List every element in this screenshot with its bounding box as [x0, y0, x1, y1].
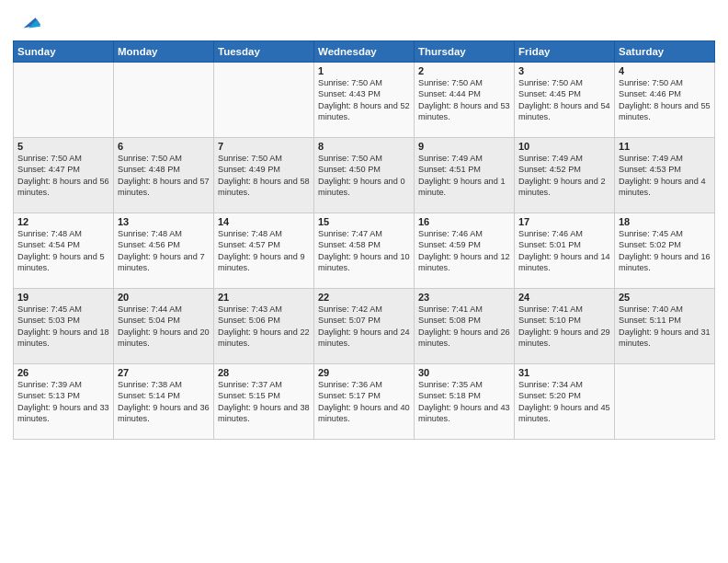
day-number: 31 [518, 367, 610, 378]
calendar-cell: 28Sunrise: 7:37 AM Sunset: 5:15 PM Dayli… [214, 364, 314, 440]
calendar-body: 1Sunrise: 7:50 AM Sunset: 4:43 PM Daylig… [14, 63, 715, 440]
calendar-cell: 8Sunrise: 7:50 AM Sunset: 4:50 PM Daylig… [314, 138, 415, 213]
day-number: 1 [318, 65, 410, 76]
day-number: 10 [518, 141, 610, 152]
day-number: 30 [418, 367, 510, 378]
calendar-cell: 29Sunrise: 7:36 AM Sunset: 5:17 PM Dayli… [314, 364, 415, 440]
day-content: Sunrise: 7:50 AM Sunset: 4:45 PM Dayligh… [518, 77, 610, 123]
day-number: 25 [619, 292, 711, 303]
day-number: 11 [619, 141, 711, 152]
header-day-monday: Monday [114, 41, 214, 63]
day-number: 6 [118, 141, 210, 152]
day-content: Sunrise: 7:44 AM Sunset: 5:04 PM Dayligh… [118, 304, 210, 350]
header-row: SundayMondayTuesdayWednesdayThursdayFrid… [14, 41, 715, 63]
day-number: 18 [619, 216, 711, 227]
day-number: 27 [118, 367, 210, 378]
day-content: Sunrise: 7:49 AM Sunset: 4:53 PM Dayligh… [619, 153, 711, 199]
calendar-cell: 24Sunrise: 7:41 AM Sunset: 5:10 PM Dayli… [515, 289, 615, 364]
calendar-cell: 31Sunrise: 7:34 AM Sunset: 5:20 PM Dayli… [515, 364, 615, 440]
calendar-cell: 2Sunrise: 7:50 AM Sunset: 4:44 PM Daylig… [415, 63, 515, 138]
calendar-cell [114, 63, 214, 138]
day-content: Sunrise: 7:48 AM Sunset: 4:56 PM Dayligh… [118, 228, 210, 274]
calendar-cell: 6Sunrise: 7:50 AM Sunset: 4:48 PM Daylig… [114, 138, 214, 213]
week-row-2: 5Sunrise: 7:50 AM Sunset: 4:47 PM Daylig… [14, 138, 715, 213]
calendar-cell: 17Sunrise: 7:46 AM Sunset: 5:01 PM Dayli… [515, 213, 615, 289]
calendar-table: SundayMondayTuesdayWednesdayThursdayFrid… [13, 40, 715, 440]
calendar-cell: 20Sunrise: 7:44 AM Sunset: 5:04 PM Dayli… [114, 289, 214, 364]
calendar-cell: 15Sunrise: 7:47 AM Sunset: 4:58 PM Dayli… [314, 213, 415, 289]
day-number: 12 [17, 216, 109, 227]
week-row-5: 26Sunrise: 7:39 AM Sunset: 5:13 PM Dayli… [14, 364, 715, 440]
header-day-tuesday: Tuesday [214, 41, 314, 63]
day-number: 19 [17, 292, 109, 303]
day-number: 24 [518, 292, 610, 303]
day-content: Sunrise: 7:42 AM Sunset: 5:07 PM Dayligh… [318, 304, 410, 350]
calendar-cell: 25Sunrise: 7:40 AM Sunset: 5:11 PM Dayli… [615, 289, 715, 364]
calendar-cell: 1Sunrise: 7:50 AM Sunset: 4:43 PM Daylig… [314, 63, 415, 138]
day-content: Sunrise: 7:50 AM Sunset: 4:43 PM Dayligh… [318, 77, 410, 123]
calendar-cell: 21Sunrise: 7:43 AM Sunset: 5:06 PM Dayli… [214, 289, 314, 364]
day-number: 2 [418, 65, 510, 76]
calendar-cell: 16Sunrise: 7:46 AM Sunset: 4:59 PM Dayli… [415, 213, 515, 289]
day-content: Sunrise: 7:41 AM Sunset: 5:10 PM Dayligh… [518, 304, 610, 350]
day-content: Sunrise: 7:48 AM Sunset: 4:54 PM Dayligh… [17, 228, 109, 274]
day-number: 28 [218, 367, 310, 378]
calendar-cell: 4Sunrise: 7:50 AM Sunset: 4:46 PM Daylig… [615, 63, 715, 138]
day-content: Sunrise: 7:35 AM Sunset: 5:18 PM Dayligh… [418, 379, 510, 425]
calendar-cell: 30Sunrise: 7:35 AM Sunset: 5:18 PM Dayli… [415, 364, 515, 440]
calendar-cell: 19Sunrise: 7:45 AM Sunset: 5:03 PM Dayli… [14, 289, 114, 364]
calendar-cell: 27Sunrise: 7:38 AM Sunset: 5:14 PM Dayli… [114, 364, 214, 440]
calendar-cell: 12Sunrise: 7:48 AM Sunset: 4:54 PM Dayli… [14, 213, 114, 289]
calendar-header: SundayMondayTuesdayWednesdayThursdayFrid… [14, 41, 715, 63]
calendar-cell: 18Sunrise: 7:45 AM Sunset: 5:02 PM Dayli… [615, 213, 715, 289]
day-number: 8 [318, 141, 410, 152]
day-number: 3 [518, 65, 610, 76]
day-number: 21 [218, 292, 310, 303]
calendar-cell: 9Sunrise: 7:49 AM Sunset: 4:51 PM Daylig… [415, 138, 515, 213]
day-number: 14 [218, 216, 310, 227]
calendar-cell: 23Sunrise: 7:41 AM Sunset: 5:08 PM Dayli… [415, 289, 515, 364]
day-number: 5 [17, 141, 109, 152]
day-number: 7 [218, 141, 310, 152]
header-day-thursday: Thursday [415, 41, 515, 63]
day-content: Sunrise: 7:46 AM Sunset: 5:01 PM Dayligh… [518, 228, 610, 274]
calendar-cell: 7Sunrise: 7:50 AM Sunset: 4:49 PM Daylig… [214, 138, 314, 213]
calendar-container: SundayMondayTuesdayWednesdayThursdayFrid… [0, 0, 728, 447]
logo [13, 9, 42, 35]
header-day-friday: Friday [515, 41, 615, 63]
day-content: Sunrise: 7:41 AM Sunset: 5:08 PM Dayligh… [418, 304, 510, 350]
day-content: Sunrise: 7:40 AM Sunset: 5:11 PM Dayligh… [619, 304, 711, 350]
header [13, 9, 715, 35]
day-content: Sunrise: 7:45 AM Sunset: 5:03 PM Dayligh… [17, 304, 109, 350]
day-content: Sunrise: 7:48 AM Sunset: 4:57 PM Dayligh… [218, 228, 310, 274]
day-content: Sunrise: 7:43 AM Sunset: 5:06 PM Dayligh… [218, 304, 310, 350]
day-content: Sunrise: 7:34 AM Sunset: 5:20 PM Dayligh… [518, 379, 610, 425]
day-number: 9 [418, 141, 510, 152]
day-content: Sunrise: 7:37 AM Sunset: 5:15 PM Dayligh… [218, 379, 310, 425]
day-content: Sunrise: 7:45 AM Sunset: 5:02 PM Dayligh… [619, 228, 711, 274]
header-day-saturday: Saturday [615, 41, 715, 63]
day-number: 29 [318, 367, 410, 378]
calendar-cell: 11Sunrise: 7:49 AM Sunset: 4:53 PM Dayli… [615, 138, 715, 213]
day-content: Sunrise: 7:39 AM Sunset: 5:13 PM Dayligh… [17, 379, 109, 425]
day-number: 17 [518, 216, 610, 227]
calendar-cell [615, 364, 715, 440]
header-day-sunday: Sunday [14, 41, 114, 63]
day-content: Sunrise: 7:36 AM Sunset: 5:17 PM Dayligh… [318, 379, 410, 425]
day-number: 20 [118, 292, 210, 303]
day-content: Sunrise: 7:49 AM Sunset: 4:51 PM Dayligh… [418, 153, 510, 199]
day-content: Sunrise: 7:46 AM Sunset: 4:59 PM Dayligh… [418, 228, 510, 274]
day-number: 22 [318, 292, 410, 303]
day-number: 15 [318, 216, 410, 227]
week-row-3: 12Sunrise: 7:48 AM Sunset: 4:54 PM Dayli… [14, 213, 715, 289]
day-content: Sunrise: 7:50 AM Sunset: 4:44 PM Dayligh… [418, 77, 510, 123]
day-number: 26 [17, 367, 109, 378]
day-number: 23 [418, 292, 510, 303]
day-content: Sunrise: 7:50 AM Sunset: 4:50 PM Dayligh… [318, 153, 410, 199]
header-day-wednesday: Wednesday [314, 41, 415, 63]
day-number: 13 [118, 216, 210, 227]
day-content: Sunrise: 7:38 AM Sunset: 5:14 PM Dayligh… [118, 379, 210, 425]
day-content: Sunrise: 7:50 AM Sunset: 4:46 PM Dayligh… [619, 77, 711, 123]
week-row-1: 1Sunrise: 7:50 AM Sunset: 4:43 PM Daylig… [14, 63, 715, 138]
calendar-cell: 3Sunrise: 7:50 AM Sunset: 4:45 PM Daylig… [515, 63, 615, 138]
